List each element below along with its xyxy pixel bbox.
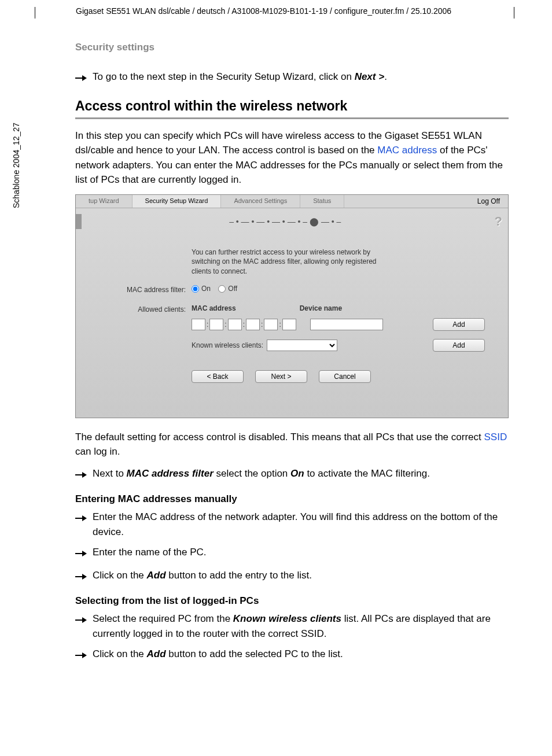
known-clients-label: Known wireless clients:: [192, 341, 263, 349]
tab-advanced[interactable]: Advanced Settings: [221, 195, 300, 208]
main-heading: Access control within the wireless netwo…: [75, 98, 509, 114]
device-column-head: Device name: [300, 304, 342, 312]
subheading-2: Selecting from the list of logged-in PCs: [75, 595, 509, 607]
radio-on[interactable]: [192, 285, 199, 293]
known-clients-select[interactable]: [267, 340, 337, 351]
arrow-icon: [75, 568, 93, 585]
arrow-icon: [75, 611, 93, 629]
radio-off[interactable]: [218, 285, 226, 293]
device-name-input[interactable]: [310, 319, 383, 330]
step-text: Next to MAC address filter select the op…: [93, 466, 430, 481]
step-text: Select the required PC from the Known wi…: [93, 611, 509, 641]
mac-filter-label: MAC address filter:: [76, 285, 192, 294]
add-mac-button[interactable]: Add: [433, 318, 485, 331]
router-screenshot: tup Wizard Security Setup Wizard Advance…: [75, 194, 509, 418]
mac-octet-1[interactable]: [192, 319, 205, 330]
paragraph-2: The default setting for access control i…: [75, 430, 509, 459]
allowed-clients-label: Allowed clients:: [76, 304, 192, 314]
step-indicator: – • — • — • — • — • – ⬤ — • –: [76, 217, 495, 226]
step-text: Enter the name of the PC.: [93, 545, 207, 560]
mac-octet-4[interactable]: [246, 319, 260, 330]
template-stamp: Schablone 2004_12_27: [12, 123, 21, 208]
mac-address-link[interactable]: MAC address: [377, 145, 437, 156]
mac-octet-3[interactable]: [228, 319, 242, 330]
tab-security-wizard[interactable]: Security Setup Wizard: [133, 195, 222, 208]
mac-octet-5[interactable]: [264, 319, 278, 330]
divider: [75, 117, 509, 119]
arrow-icon: [75, 647, 93, 664]
step-text: Enter the MAC address of the network ada…: [93, 510, 509, 539]
paragraph-1: In this step you can specify which PCs w…: [75, 128, 509, 187]
ssid-link[interactable]: SSID: [484, 432, 507, 442]
doc-header: Gigaset SE551 WLAN dsl/cable / deutsch /…: [35, 7, 514, 19]
arrow-icon: [75, 545, 93, 562]
mac-octet-6[interactable]: [282, 319, 296, 330]
arrow-icon: [75, 69, 93, 87]
back-button[interactable]: < Back: [192, 370, 244, 383]
cancel-button[interactable]: Cancel: [319, 370, 371, 383]
subheading-1: Entering MAC addresses manually: [75, 493, 509, 505]
tab-status[interactable]: Status: [300, 195, 344, 208]
next-button[interactable]: Next >: [255, 370, 307, 383]
section-title: Security settings: [75, 42, 509, 53]
info-text: You can further restrict access to your …: [192, 248, 400, 276]
mac-octet-2[interactable]: [209, 319, 223, 330]
step-text: Click on the Add button to add the selec…: [93, 647, 343, 662]
side-tab: [76, 214, 82, 229]
add-known-button[interactable]: Add: [433, 339, 485, 352]
mac-column-head: MAC address: [192, 304, 236, 312]
arrow-icon: [75, 466, 93, 484]
logoff-link[interactable]: Log Off: [469, 195, 508, 208]
step-text: To go to the next step in the Security S…: [93, 69, 387, 84]
tab-setup-wizard[interactable]: tup Wizard: [76, 195, 133, 208]
arrow-icon: [75, 510, 93, 527]
step-text: Click on the Add button to add the entry…: [93, 568, 312, 583]
help-icon[interactable]: ?: [495, 214, 508, 229]
